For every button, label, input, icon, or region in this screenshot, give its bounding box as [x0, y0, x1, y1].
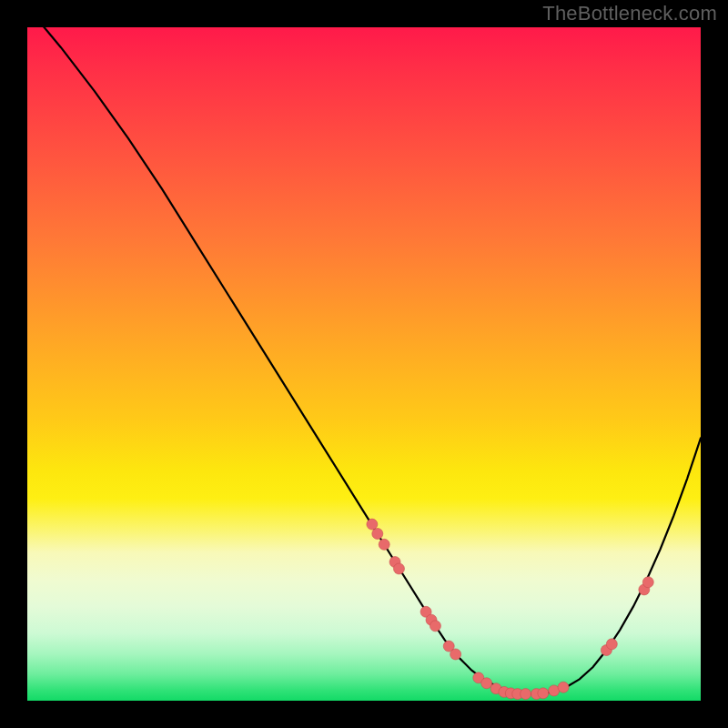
curve-marker [521, 689, 531, 700]
curve-marker [538, 688, 549, 699]
curve-markers [367, 519, 653, 699]
chart-frame: TheBottleneck.com [0, 0, 728, 728]
watermark-text: TheBottleneck.com [542, 2, 717, 25]
curve-marker [367, 519, 378, 530]
plot-area [27, 27, 701, 701]
curve-marker [379, 539, 389, 550]
bottleneck-curve [27, 7, 701, 694]
curve-marker [430, 621, 440, 632]
curve-marker [558, 682, 569, 693]
curve-marker [372, 528, 383, 539]
curve-marker [642, 577, 653, 588]
curve-marker [606, 639, 617, 650]
curve-layer [27, 27, 701, 701]
curve-marker [481, 678, 492, 689]
curve-marker [450, 649, 461, 660]
curve-marker [393, 563, 404, 574]
